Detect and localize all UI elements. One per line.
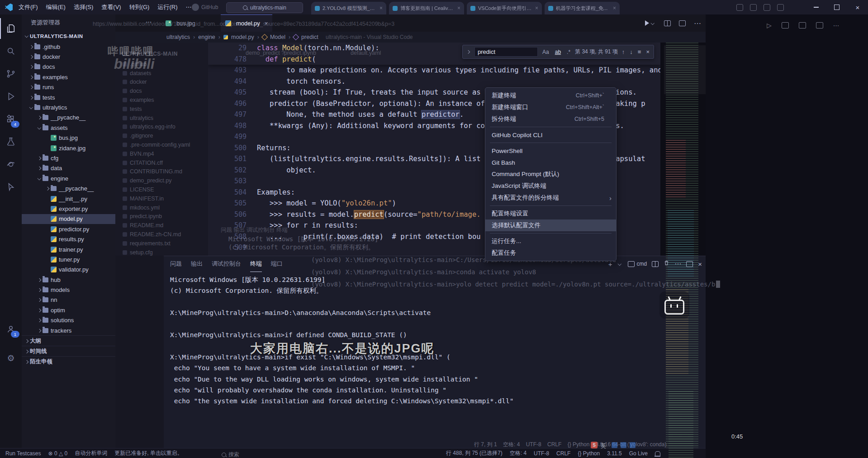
breadcrumb-item[interactable]: engine: [198, 34, 215, 40]
file-tree-item[interactable]: examples: [22, 72, 115, 82]
status-item[interactable]: CRLF: [556, 450, 570, 457]
split-terminal-icon[interactable]: [652, 261, 659, 267]
browser-tab[interactable]: 机器学习全套课程_免...×: [545, 2, 620, 14]
tab-close-icon[interactable]: ×: [613, 5, 616, 11]
menu-item[interactable]: 转到(G): [125, 0, 154, 14]
file-tree-item[interactable]: results.py: [22, 234, 115, 244]
file-tree-item[interactable]: docs: [22, 62, 115, 72]
close-find-icon[interactable]: ×: [645, 48, 650, 55]
file-tree-item[interactable]: nn: [22, 295, 115, 305]
menu-item[interactable]: 文件(F): [14, 0, 42, 14]
menu-item[interactable]: 查看(V): [97, 0, 125, 14]
tab-close-icon[interactable]: ×: [379, 5, 383, 11]
settings-gear-icon[interactable]: ⚙: [0, 348, 22, 368]
terminal-instance-cmd[interactable]: cmd: [628, 261, 647, 267]
breadcrumb-item[interactable]: ultralytics: [166, 34, 190, 40]
status-item[interactable]: UTF-8: [534, 450, 549, 457]
toggle-replace-icon[interactable]: [466, 50, 470, 54]
close-button[interactable]: ×: [847, 0, 868, 14]
status-item[interactable]: 行 488, 列 75 (已选择7): [446, 449, 503, 457]
file-tree-item[interactable]: models: [22, 285, 115, 295]
status-item[interactable]: 空格: 4: [510, 449, 526, 457]
match-case-icon[interactable]: Aa: [541, 48, 550, 56]
file-tree-item[interactable]: __pycache__: [22, 183, 115, 193]
sidebar-section-header[interactable]: 陌生申领: [22, 356, 115, 367]
status-item[interactable]: {} Python: [578, 450, 600, 457]
context-menu-item[interactable]: JavaScript 调试终端: [485, 180, 616, 192]
file-tree-item[interactable]: tests: [22, 92, 115, 102]
browser-tab[interactable]: VSCode新手向使用引导|开发...×: [467, 2, 542, 14]
file-tree-item[interactable]: validator.py: [22, 265, 115, 275]
breadcrumb-item[interactable]: predict: [301, 34, 318, 40]
context-menu-item[interactable]: 运行任务...: [485, 235, 616, 247]
file-tree-item[interactable]: docker: [22, 52, 115, 62]
panel-box-icon[interactable]: [782, 22, 789, 29]
search-icon[interactable]: [0, 41, 22, 62]
maximize-button[interactable]: [826, 0, 847, 14]
browser-tab[interactable]: 博客更新指南 | Cealiva...×: [389, 2, 464, 14]
browser-icon[interactable]: [750, 4, 757, 11]
context-menu-item[interactable]: 配置任务: [485, 247, 616, 259]
minimize-button[interactable]: [806, 0, 826, 14]
next-match-icon[interactable]: ↓: [629, 48, 634, 55]
file-tree-item[interactable]: ultralytics: [22, 102, 115, 112]
file-tree-item[interactable]: predictor.py: [22, 224, 115, 234]
more-actions-icon[interactable]: ⋯: [694, 19, 701, 28]
file-tree-item[interactable]: exporter.py: [22, 204, 115, 214]
panel-tab[interactable]: 端口: [271, 256, 283, 272]
context-menu-item[interactable]: 新建终端窗口Ctrl+Shift+Alt+`: [485, 101, 616, 113]
status-item[interactable]: 自动分析单词: [75, 449, 107, 457]
file-tree-item[interactable]: solutions: [22, 315, 115, 325]
testing-flask-icon[interactable]: [0, 131, 22, 152]
file-tree-item[interactable]: model.py: [22, 214, 115, 224]
tab-close-icon[interactable]: ×: [535, 5, 538, 11]
menu-item[interactable]: 选择(S): [70, 0, 97, 14]
breadcrumb-item[interactable]: model.py: [231, 34, 254, 40]
panel-box-icon[interactable]: [799, 22, 806, 29]
file-tree-item[interactable]: assets: [22, 123, 115, 133]
file-tree-item[interactable]: __pycache__: [22, 113, 115, 123]
file-tree-item[interactable]: __init__.py: [22, 194, 115, 204]
panel-box-icon[interactable]: [816, 22, 823, 29]
extensions-icon[interactable]: 4: [0, 109, 22, 129]
panel-tab[interactable]: 输出: [191, 256, 203, 272]
file-tree-item[interactable]: data: [22, 163, 115, 173]
whole-word-icon[interactable]: ab: [554, 48, 562, 56]
context-menu-item[interactable]: 具有配置文件的拆分终端›: [485, 192, 616, 204]
notifications-bell-icon[interactable]: [655, 451, 660, 456]
split-editor-icon[interactable]: [664, 20, 671, 26]
status-item[interactable]: ⊗ 0 △ 0: [48, 450, 68, 457]
panel-tab[interactable]: 调试控制台: [212, 256, 241, 272]
sidebar-section-header[interactable]: 大纲: [22, 335, 115, 346]
file-tree-item[interactable]: cfg: [22, 153, 115, 163]
context-menu-item[interactable]: Git Bash: [485, 157, 616, 168]
browser-icon[interactable]: [777, 4, 784, 11]
context-menu-item[interactable]: PowerShell: [485, 145, 616, 157]
panel-tab[interactable]: 问题: [170, 256, 182, 272]
tab-close-icon[interactable]: ×: [457, 5, 460, 11]
file-tree-item[interactable]: trackers: [22, 325, 115, 335]
file-tree-item[interactable]: .github: [22, 42, 115, 52]
explorer-more-actions[interactable]: ⋯: [146, 18, 152, 25]
remote-explorer-planet-icon[interactable]: [0, 154, 22, 175]
file-tree-item[interactable]: hub: [22, 275, 115, 285]
play-icon[interactable]: ▷: [767, 22, 772, 29]
explorer-root-header[interactable]: ULTRALYTICS-MAIN: [22, 30, 115, 42]
file-tree-item[interactable]: optim: [22, 305, 115, 315]
panel-tab[interactable]: 终端: [250, 256, 262, 272]
command-center-search[interactable]: ultralytics-main: [226, 2, 303, 13]
status-item[interactable]: 更新已准备好, 单击以重启。: [114, 449, 183, 457]
sidebar-section-header[interactable]: 时间线: [22, 346, 115, 356]
file-tree-item[interactable]: engine: [22, 173, 115, 183]
find-in-selection-icon[interactable]: ≡: [637, 48, 642, 55]
breadcrumb-item[interactable]: Model: [270, 34, 285, 40]
status-item[interactable]: Go Live: [629, 450, 648, 457]
browser-icon[interactable]: [764, 4, 770, 11]
previous-match-icon[interactable]: ↑: [621, 48, 626, 55]
file-tree-item[interactable]: runs: [22, 82, 115, 92]
run-button[interactable]: [645, 20, 656, 26]
file-tree-item[interactable]: bus.jpg: [22, 133, 115, 143]
browser-tab[interactable]: 2.YOLOv8 模型预测_哔...×: [311, 2, 386, 14]
file-tree-item[interactable]: tuner.py: [22, 254, 115, 264]
terminal-profile-dropdown-icon[interactable]: [617, 262, 621, 266]
